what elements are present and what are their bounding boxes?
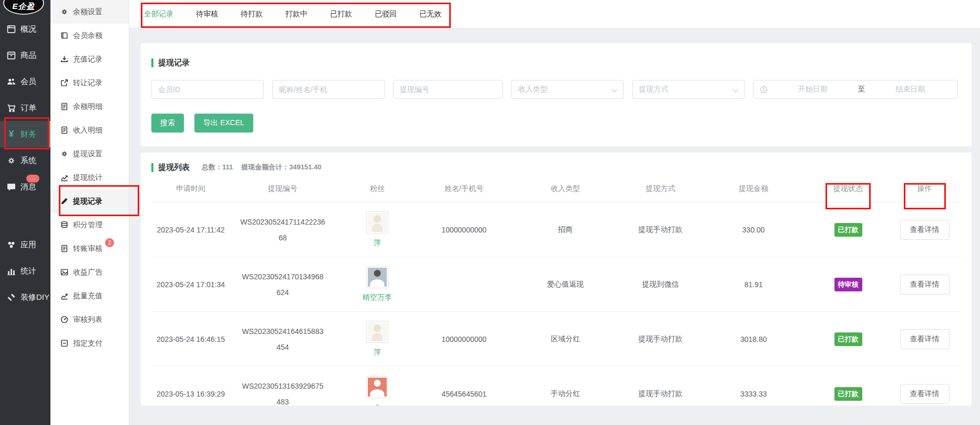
overview-icon: [7, 25, 16, 34]
menu-item-review-list[interactable]: 审核列表: [50, 308, 129, 331]
orders-icon: [7, 104, 16, 113]
app-logo[interactable]: E企盈: [3, 0, 44, 15]
withdraw-method: 提现手动打款: [622, 335, 699, 344]
sidebar-item-members[interactable]: 会员: [0, 68, 50, 95]
income-type: 招商: [509, 225, 622, 235]
tab-label: 已打款: [330, 9, 352, 19]
col-withdraw-method: 提现方式: [622, 184, 699, 194]
tab-label: 已无效: [419, 9, 441, 19]
date-separator: 至: [858, 85, 865, 94]
menu-item-withdraw-stats[interactable]: 提现统计: [50, 166, 129, 189]
minus-square-icon: [60, 339, 68, 347]
income-type: 爱心值返现: [509, 280, 622, 289]
fan-name-link[interactable]: 萍: [374, 238, 381, 248]
withdraw-method-select[interactable]: 提现方式: [632, 80, 745, 99]
col-label: 提现状态: [833, 184, 863, 194]
table-row: 2023-05-24 17:11:42 WS202305241711422236…: [151, 202, 961, 257]
tab-rejected[interactable]: 已驳回: [375, 0, 397, 28]
menu-item-transfer-review[interactable]: 转账审核 2: [50, 237, 129, 260]
total-amount: 提现金额合计：349151.40: [241, 163, 321, 172]
status-badge: 待审核: [834, 278, 862, 291]
menu-item-designated-payment[interactable]: 指定支付: [50, 331, 129, 355]
tab-label: 待打款: [241, 9, 263, 19]
col-name-phone: 姓名/手机号: [419, 184, 509, 194]
sidebar-item-system[interactable]: 系统: [0, 147, 50, 174]
sidebar-item-overview[interactable]: 概况: [0, 16, 50, 42]
name-phone: 10000000000: [419, 226, 509, 234]
document-icon: [60, 126, 68, 134]
filter-section-header: 提现记录: [151, 54, 961, 72]
menu-item-member-balance[interactable]: 会员余额: [50, 24, 129, 47]
col-income-type: 收入类型: [509, 184, 622, 194]
date-range-picker[interactable]: 开始日期 至 结束日期: [753, 80, 958, 99]
tab-paid[interactable]: 已打款: [330, 0, 352, 28]
status-cell: 已打款: [808, 332, 888, 346]
tab-pending-review[interactable]: 待审核: [196, 0, 218, 28]
menu-item-label: 余额明细: [73, 102, 102, 112]
view-details-button[interactable]: 查看详情: [900, 384, 950, 404]
sidebar-item-apps[interactable]: 应用: [0, 231, 50, 258]
menu-item-points-management[interactable]: 积分管理: [50, 213, 129, 237]
tab-paying[interactable]: 打款中: [285, 0, 307, 28]
status-badge: 已打款: [834, 387, 862, 401]
sidebar-item-label: 统计: [20, 266, 36, 276]
fan-name-link[interactable]: 晴空万李: [363, 293, 392, 302]
tab-invalid[interactable]: 已无效: [419, 0, 441, 28]
menu-item-balance-settings[interactable]: 余额设置: [50, 0, 129, 24]
view-details-button[interactable]: 查看详情: [900, 220, 950, 240]
menu-item-revenue-ads[interactable]: 收益广告: [50, 260, 129, 284]
sidebar-item-label: 财务: [20, 129, 36, 139]
sidebar-item-messages[interactable]: 消息 ...: [0, 174, 50, 200]
tab-awaiting-payment[interactable]: 待打款: [241, 0, 263, 28]
menu-item-balance-details[interactable]: 余额明细: [50, 95, 129, 118]
menu-item-label: 批量充值: [73, 291, 102, 301]
menu-item-label: 收入明细: [73, 126, 102, 135]
menu-item-withdraw-records[interactable]: 提现记录: [50, 189, 129, 213]
view-details-button[interactable]: 查看详情: [900, 275, 950, 295]
sidebar-item-finance[interactable]: ¥ 财务: [0, 121, 50, 147]
sidebar-item-orders[interactable]: 订单: [0, 95, 50, 121]
export-excel-button[interactable]: 导出 EXCEL: [194, 114, 253, 133]
member-id-input[interactable]: [151, 80, 264, 99]
view-details-button[interactable]: 查看详情: [900, 329, 950, 349]
messages-icon: [7, 183, 16, 191]
fan-name-link[interactable]: 萍: [374, 348, 381, 357]
menu-item-label: 转让记录: [73, 78, 102, 88]
menu-item-recharge-records[interactable]: 充值记录: [50, 47, 129, 71]
table-row: 2023-05-24 17:01:34 WS202305241701349686…: [151, 257, 961, 311]
apps-icon: [7, 240, 16, 249]
withdraw-amount: 3018.80: [699, 335, 808, 343]
menu-item-withdraw-settings[interactable]: 提现设置: [50, 142, 129, 166]
tab-label: 待审核: [196, 9, 218, 19]
tab-label: 已驳回: [375, 9, 397, 19]
line-chart-icon: [60, 292, 68, 300]
status-cell: 待审核: [808, 278, 888, 291]
image-icon: [60, 268, 68, 276]
action-cell: 查看详情: [888, 329, 961, 349]
withdraw-no-input[interactable]: [393, 80, 503, 99]
action-cell: 查看详情: [888, 384, 961, 404]
search-button[interactable]: 搜索: [151, 114, 184, 133]
finance-icon: ¥: [7, 129, 16, 139]
menu-item-batch-recharge[interactable]: 批量充值: [50, 284, 129, 308]
menu-item-label: 提现统计: [73, 173, 102, 183]
sidebar-item-decorate-diy[interactable]: 装修DIY: [0, 284, 50, 310]
products-icon: [7, 51, 16, 60]
fan-name-link[interactable]: A: [375, 403, 379, 406]
menu-item-transfer-records[interactable]: 转让记录: [50, 71, 129, 95]
sidebar-item-stats[interactable]: 统计: [0, 258, 50, 284]
withdraw-method: 提现手动打款: [622, 389, 699, 399]
withdraw-method-placeholder: 提现方式: [639, 85, 668, 94]
sidebar-item-products[interactable]: 商品: [0, 42, 50, 68]
withdraw-amount: 3333.33: [699, 390, 808, 398]
income-type: 区域分红: [509, 335, 622, 344]
sidebar-spacer: [0, 200, 50, 231]
transfer-review-badge: 2: [105, 238, 114, 247]
external-link-icon: [60, 79, 68, 87]
income-type-select[interactable]: 收入类型: [511, 80, 624, 99]
menu-item-income-details[interactable]: 收入明细: [50, 118, 129, 142]
nickname-input[interactable]: [272, 80, 385, 99]
line-chart-icon: [60, 174, 68, 181]
tab-all-records[interactable]: 全部记录: [144, 0, 173, 28]
table-row: 2023-05-13 16:39:29 WS202305131639296754…: [151, 366, 961, 406]
